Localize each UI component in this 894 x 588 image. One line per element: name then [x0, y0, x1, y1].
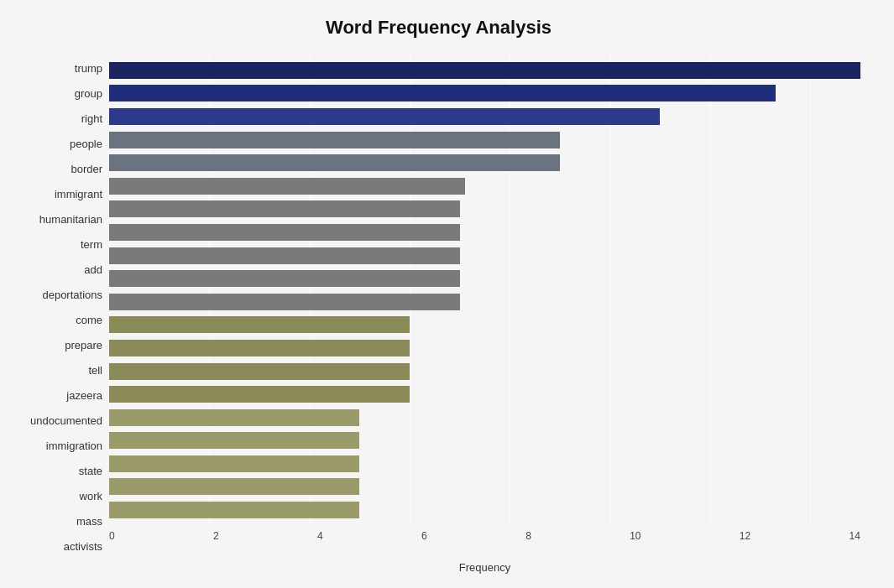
x-tick: 6: [421, 530, 427, 542]
y-label: add: [84, 258, 102, 280]
bar: [109, 455, 359, 472]
bar: [109, 270, 460, 287]
y-label: come: [76, 309, 102, 330]
bar-row: [109, 153, 860, 173]
bar: [109, 502, 359, 518]
y-label: work: [80, 485, 102, 507]
bar-row: [109, 222, 860, 242]
bar-row: [109, 430, 860, 450]
y-label: state: [79, 460, 102, 481]
x-tick: 8: [525, 530, 531, 542]
y-label: group: [75, 82, 102, 104]
bar-row: [109, 199, 860, 219]
y-label: right: [81, 107, 102, 129]
bar: [109, 409, 359, 426]
bar-row: [109, 176, 860, 196]
y-label: activists: [64, 535, 102, 557]
x-tick: 0: [109, 530, 115, 542]
bar-row: [109, 384, 860, 404]
bar: [109, 432, 359, 449]
y-label: humanitarian: [39, 208, 102, 230]
bar-row: [109, 338, 860, 358]
x-axis-label: Frequency: [109, 561, 860, 574]
bars-container: [109, 55, 860, 525]
bar: [109, 200, 460, 217]
bar-row: [109, 476, 860, 497]
bar: [109, 224, 460, 241]
bar: [109, 108, 660, 125]
bar: [109, 85, 776, 101]
bar-row: [109, 315, 860, 335]
bar-row: [109, 83, 860, 103]
bar-row: [109, 454, 860, 474]
bar-row: [109, 130, 860, 150]
bar-row: [109, 107, 860, 127]
bar-row: [109, 500, 860, 520]
y-label: immigrant: [55, 183, 102, 205]
bar: [109, 154, 560, 171]
y-label: undocumented: [30, 409, 102, 431]
bar: [109, 247, 460, 264]
bar-row: [109, 292, 860, 312]
bar: [109, 62, 860, 79]
bar-row: [109, 362, 860, 382]
x-axis: 02468101214 Frequency: [109, 525, 860, 559]
y-axis-labels: trumpgrouprightpeopleborderimmigranthuma…: [17, 55, 109, 559]
y-label: people: [70, 133, 102, 154]
bar: [109, 132, 560, 148]
chart-container: Word Frequency Analysis trumpgrouprightp…: [0, 0, 894, 588]
y-label: term: [81, 233, 102, 255]
x-tick: 10: [630, 530, 640, 542]
chart-area: trumpgrouprightpeopleborderimmigranthuma…: [17, 55, 860, 559]
y-label: trump: [75, 57, 102, 79]
x-tick: 14: [850, 530, 860, 542]
y-label: tell: [88, 359, 102, 381]
x-tick: 12: [740, 530, 750, 542]
bar-row: [109, 246, 860, 266]
x-tick: 4: [317, 530, 323, 542]
y-label: border: [71, 158, 102, 180]
chart-title: Word Frequency Analysis: [17, 17, 860, 39]
bar-row: [109, 408, 860, 428]
bar: [109, 478, 359, 495]
y-label: mass: [76, 510, 102, 532]
bar-row: [109, 60, 860, 81]
y-label: immigration: [46, 434, 102, 456]
y-label: jazeera: [66, 384, 102, 406]
bar: [109, 178, 465, 195]
x-axis-ticks: 02468101214: [109, 530, 860, 542]
bar: [109, 316, 410, 333]
bar-row: [109, 268, 860, 289]
plot-area: 02468101214 Frequency: [109, 55, 860, 559]
y-label: deportations: [42, 284, 102, 305]
y-label: prepare: [65, 334, 102, 356]
bar: [109, 340, 410, 356]
bar: [109, 294, 460, 310]
bar: [109, 363, 410, 380]
x-tick: 2: [213, 530, 219, 542]
bar: [109, 386, 410, 403]
